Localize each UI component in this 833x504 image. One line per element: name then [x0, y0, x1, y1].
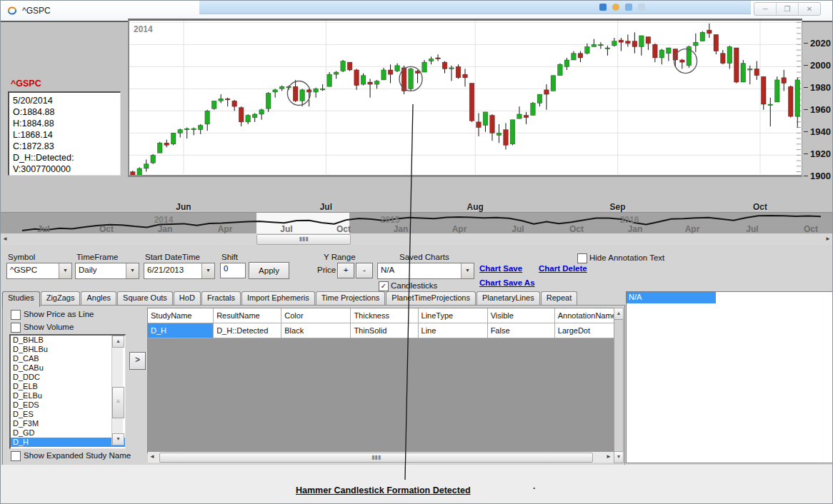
tab-zigzags[interactable]: ZigZags: [41, 291, 81, 306]
maximize-button[interactable]: ❐: [777, 3, 799, 15]
timeline-month-label: Oct: [569, 224, 584, 234]
tab-planettimeprojections[interactable]: PlanetTimeProjections: [386, 291, 476, 306]
tab-hod[interactable]: HoD: [174, 291, 201, 306]
background-app-icon: [612, 4, 619, 11]
price-plus-button[interactable]: +: [337, 263, 354, 278]
tab-square-outs[interactable]: Square Outs: [117, 291, 173, 306]
tick-mark: [804, 65, 808, 66]
tick-mark: [804, 176, 808, 176]
tick-mark: [804, 109, 808, 110]
tab-fractals[interactable]: Fractals: [201, 291, 241, 306]
study-list-scrollbar[interactable]: ▲ ≡ ▼: [111, 336, 123, 445]
shift-input[interactable]: 0: [220, 263, 246, 278]
apply-button[interactable]: Apply: [249, 262, 289, 279]
scroll-up-icon[interactable]: ▲: [614, 308, 624, 320]
tab-time-projections[interactable]: Time Projections: [316, 291, 386, 306]
chart-delete-link[interactable]: Chart Delete: [539, 264, 587, 273]
annotation-list-panel[interactable]: N/A: [626, 291, 833, 463]
x-axis-month-label: Jun: [176, 202, 191, 212]
table-v-scroll-thumb[interactable]: [614, 319, 624, 452]
chevron-down-icon[interactable]: ▼: [461, 263, 474, 278]
study-list-item[interactable]: D_GD: [11, 428, 125, 438]
scroll-right-icon[interactable]: ►: [605, 453, 612, 461]
timeline-month-label: Jul: [512, 224, 524, 234]
table-cell[interactable]: D_H::Detected: [214, 323, 281, 338]
timeline-scroll-thumb[interactable]: ▮▮▮: [256, 234, 351, 245]
tab-import-ephemeris[interactable]: Import Ephemeris: [241, 291, 315, 306]
scroll-left-icon[interactable]: ◄: [1, 235, 9, 243]
hammer-annotation-text: Hammer Candlestick Formation Detected: [296, 485, 471, 495]
study-list-item[interactable]: D_ELBu: [11, 391, 125, 400]
study-list-item[interactable]: D_CAB: [11, 354, 125, 363]
timeframe-select[interactable]: Daily ▼: [75, 263, 139, 279]
study-list-scroll-thumb[interactable]: ≡: [112, 387, 124, 418]
study-list[interactable]: D_BHLBD_BHLBuD_CABD_CABuD_DDCD_ELBD_ELBu…: [9, 334, 126, 449]
tab-angles[interactable]: Angles: [81, 291, 116, 306]
symbol-select[interactable]: ^GSPC ▼: [6, 263, 72, 279]
table-h-scrollbar[interactable]: ◄ ► ▮▮▮: [148, 452, 614, 463]
timeline-scrollbar[interactable]: ◄ ► ▮▮▮: [1, 233, 832, 245]
table-header-cell: Thickness: [351, 308, 418, 323]
table-cell[interactable]: Black: [281, 323, 351, 338]
timeline-month-label: Oct: [336, 224, 351, 234]
table-row[interactable]: D_HD_H::DetectedBlackThinSolidLineFalseL…: [148, 323, 614, 338]
study-list-item[interactable]: D_F3M: [11, 419, 125, 428]
study-list-item[interactable]: D_CABu: [11, 363, 125, 373]
study-list-item[interactable]: D_DDC: [11, 373, 125, 382]
scroll-down-icon[interactable]: ▼: [614, 451, 624, 463]
tab-studies[interactable]: Studies: [2, 291, 40, 307]
table-cell[interactable]: Line: [419, 323, 488, 338]
add-study-button[interactable]: >: [129, 352, 146, 370]
timeline-month-label: Jan: [628, 224, 643, 234]
study-list-item[interactable]: D_EDS: [11, 400, 125, 410]
title-bar[interactable]: ^GSPC ─❐✕: [1, 1, 832, 21]
show-price-as-line-checkbox[interactable]: [11, 310, 21, 320]
study-results-table: StudyNameResultNameColorThicknessLineTyp…: [147, 308, 615, 453]
minimize-icon: ─: [762, 5, 767, 13]
tab-repeat[interactable]: Repeat: [541, 291, 577, 306]
scroll-right-icon[interactable]: ►: [824, 235, 832, 243]
tick-mark: [804, 131, 808, 132]
ohlc-info-line: D_H::Detected:: [13, 152, 120, 163]
scroll-up-icon[interactable]: ▲: [112, 336, 124, 348]
table-cell[interactable]: False: [488, 323, 555, 338]
background-app-icon: [625, 4, 632, 11]
chevron-down-icon[interactable]: ▼: [201, 263, 214, 278]
table-cell[interactable]: D_H: [148, 323, 214, 338]
chart-save-link[interactable]: Chart Save: [479, 264, 522, 273]
candlesticks-checkbox[interactable]: ✓: [379, 281, 389, 291]
timeline-strip[interactable]: 201420152016JulOctJanAprJulOctJanAprJulO…: [1, 212, 832, 234]
study-list-item[interactable]: D_BHLBu: [11, 345, 125, 354]
chevron-down-icon[interactable]: ▼: [126, 263, 139, 278]
timeline-month-label: Jul: [746, 224, 758, 234]
scroll-left-icon[interactable]: ◄: [149, 453, 156, 461]
chart-save-as-link[interactable]: Chart Save As: [479, 278, 535, 287]
study-list-item[interactable]: D_H: [11, 438, 125, 447]
timeline-month-label: Apr: [218, 224, 233, 234]
chevron-down-icon[interactable]: ▼: [59, 263, 71, 278]
tab-planetarylines[interactable]: PlanetaryLines: [477, 291, 540, 306]
table-cell[interactable]: ThinSolid: [351, 323, 418, 338]
table-v-scrollbar[interactable]: ▲ ▼: [614, 308, 624, 463]
minimize-button[interactable]: ─: [754, 3, 777, 15]
start-datetime-select[interactable]: 6/21/2013 ▼: [144, 263, 215, 279]
study-list-item[interactable]: D_ES: [11, 410, 125, 419]
study-list-item[interactable]: D_ELB: [11, 382, 125, 391]
stray-period: .: [533, 481, 535, 491]
hide-annotation-checkbox[interactable]: [577, 253, 587, 263]
table-cell[interactable]: LargeDot: [555, 323, 614, 338]
timeline-month-label: Apr: [685, 224, 700, 234]
maximize-icon: ❐: [784, 5, 791, 13]
annotation-list-item[interactable]: N/A: [627, 292, 716, 303]
window-controls: ─❐✕: [754, 2, 821, 16]
show-expanded-study-name-checkbox[interactable]: [11, 451, 21, 461]
show-volume-checkbox[interactable]: [11, 323, 21, 333]
price-minus-button[interactable]: -: [356, 263, 373, 278]
saved-charts-select[interactable]: N/A ▼: [377, 263, 474, 279]
price-chart-plot[interactable]: [128, 19, 802, 177]
scroll-down-icon[interactable]: ▼: [112, 433, 124, 445]
table-h-scroll-thumb[interactable]: ▮▮▮: [159, 453, 593, 463]
close-button[interactable]: ✕: [799, 3, 820, 15]
study-list-item[interactable]: D_BHLB: [11, 336, 125, 345]
ohlc-info-line: L:1868.14: [13, 129, 120, 141]
